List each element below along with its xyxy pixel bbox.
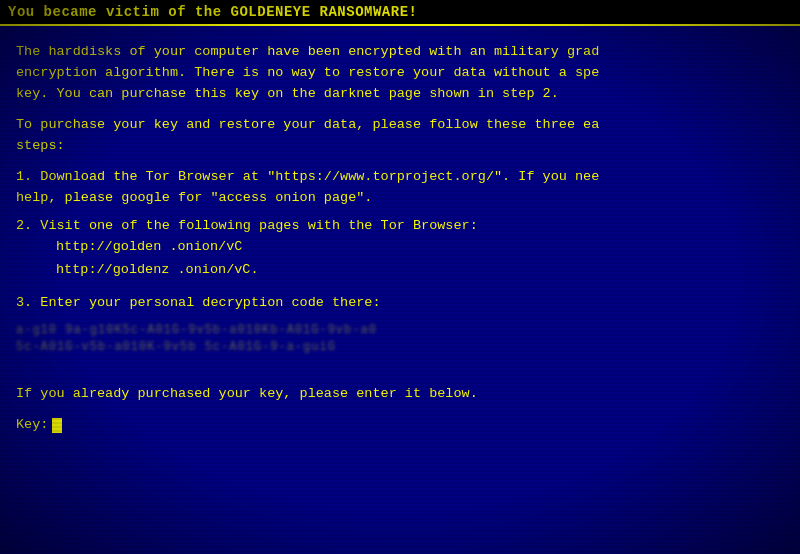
key-cursor[interactable]	[52, 418, 62, 433]
step-3: 3. Enter your personal decryption code t…	[16, 293, 784, 314]
main-content: The harddisks of your computer have been…	[0, 26, 800, 452]
step-1: 1. Download the Tor Browser at "https://…	[16, 167, 784, 209]
ransomware-screen: You became victim of the GOLDENEYE RANSO…	[0, 0, 800, 554]
step-2-line-a: 2. Visit one of the following pages with…	[16, 216, 784, 237]
step-1-line-a: 1. Download the Tor Browser at "https://…	[16, 167, 784, 188]
onion-links: http://golden .onion/vC http://goldenz .…	[16, 237, 784, 281]
para-encryption-1: The harddisks of your computer have been…	[16, 42, 784, 105]
step-1-line-b: help, please google for "access onion pa…	[16, 188, 784, 209]
code-blur-1: a-g10 9a-g10K5c-A01G-9v5b-a010Kb-A01G-9v…	[16, 322, 784, 356]
decryption-code-area: a-g10 9a-g10K5c-A01G-9v5b-a010Kb-A01G-9v…	[16, 322, 784, 370]
onion-link-2: http://goldenz .onion/vC.	[56, 260, 784, 281]
step-3-line: 3. Enter your personal decryption code t…	[16, 293, 784, 314]
key-label: Key:	[16, 415, 48, 436]
step-2: 2. Visit one of the following pages with…	[16, 216, 784, 281]
top-bar-text: You became victim of the GOLDENEYE RANSO…	[8, 4, 417, 20]
para-steps-intro: To purchase your key and restore your da…	[16, 115, 784, 157]
key-input-row: Key:	[16, 415, 784, 436]
onion-link-1: http://golden .onion/vC	[56, 237, 784, 258]
already-purchased-text: If you already purchased your key, pleas…	[16, 384, 784, 405]
top-bar: You became victim of the GOLDENEYE RANSO…	[0, 0, 800, 26]
